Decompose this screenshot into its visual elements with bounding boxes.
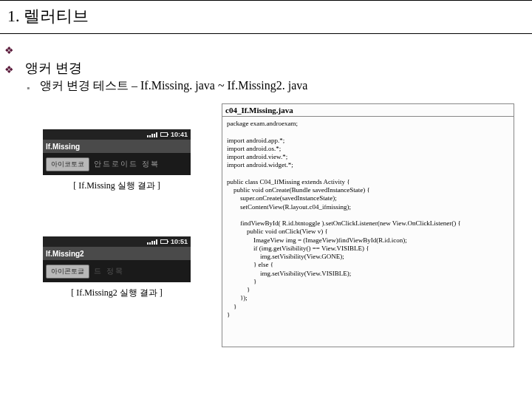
- battery-icon: [160, 132, 168, 137]
- section-heading: 앵커 변경: [25, 59, 82, 77]
- diamond-bullet-icon: ❖: [4, 64, 14, 75]
- code-listing: c04_If.Missing.java package exam.androex…: [222, 103, 514, 347]
- signal-icon: [147, 239, 154, 245]
- subsection-text: 앵커 변경 테스트 – If.Missing. java ~ If.Missin…: [40, 78, 307, 94]
- toggle-button[interactable]: 아이코토코: [46, 157, 89, 171]
- android-statusbar: 10:51: [43, 236, 191, 247]
- statusbar-time: 10:41: [171, 131, 188, 138]
- watermark-text: 안드로이드 정복: [94, 159, 160, 169]
- signal-icon: [156, 239, 157, 245]
- watermark-text: 드 정목: [94, 266, 124, 276]
- app-titlebar: If.Missing2: [43, 247, 191, 260]
- screenshot-ifmissing2: 10:51 If.Missing2 아이콘토글 드 정목 [ If.Missin…: [43, 236, 191, 299]
- slide-page: 1. 렐러티브 ❖ ❖ 앵커 변경 ▪ 앵커 변경 테스트 – If.Missi…: [0, 0, 532, 399]
- screenshot-caption: [ If.Missing 실행 결과 ]: [43, 180, 191, 192]
- signal-icon: [156, 132, 157, 137]
- square-bullet-icon: ▪: [27, 83, 30, 93]
- battery-icon: [160, 239, 168, 244]
- diamond-bullet-icon: ❖: [4, 44, 14, 56]
- page-title: 1. 렐러티브: [0, 0, 532, 34]
- screenshot-ifmissing: 10:41 If.Missing 아이코토코 안드로이드 정복 [ If.Mis…: [43, 129, 191, 192]
- app-body: 아이콘토글 드 정목: [43, 260, 191, 282]
- statusbar-time: 10:51: [171, 238, 188, 245]
- app-body: 아이코토코 안드로이드 정복: [43, 153, 191, 175]
- toggle-button[interactable]: 아이콘토글: [46, 265, 89, 279]
- screenshot-caption: [ If.Missing2 실행 결과 ]: [43, 287, 191, 299]
- code-filename: c04_If.Missing.java: [222, 104, 514, 117]
- app-titlebar: If.Missing: [43, 140, 191, 153]
- android-statusbar: 10:41: [43, 129, 191, 140]
- code-body: package exam.androexam; import android.a…: [222, 117, 514, 322]
- signal-icon: [147, 132, 154, 137]
